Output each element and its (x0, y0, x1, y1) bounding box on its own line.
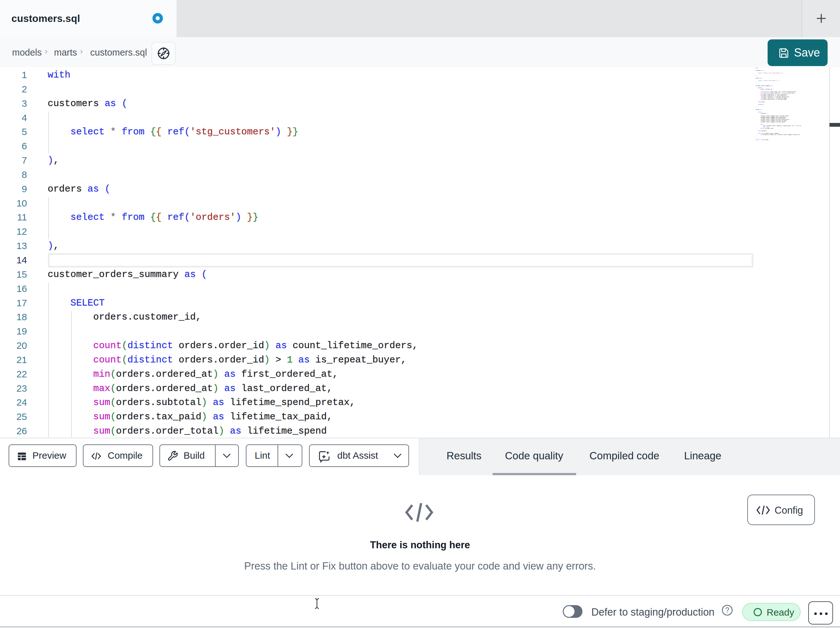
svg-text:?: ? (725, 606, 729, 614)
